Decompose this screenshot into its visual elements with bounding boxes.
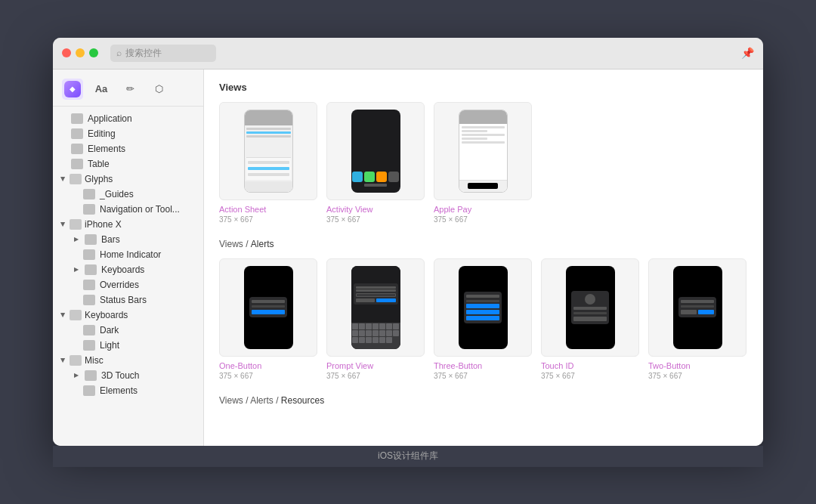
- sidebar-item-3dtouch[interactable]: ▶ 3D Touch: [53, 368, 203, 383]
- folder-icon: [71, 113, 83, 124]
- key: [366, 330, 372, 336]
- breadcrumb-views[interactable]: Views: [219, 239, 243, 249]
- chevron-right-icon: ▶: [74, 236, 79, 243]
- chevron-right-icon: ▶: [74, 266, 79, 273]
- alert-dialog: [249, 297, 287, 317]
- phone-line: [246, 128, 291, 130]
- folder-icon: [71, 144, 83, 154]
- ap-line: [462, 141, 505, 144]
- list-item[interactable]: One-Button 375 × 667: [219, 258, 317, 380]
- search-icon: ⌕: [116, 48, 122, 58]
- sidebar-tool-text[interactable]: Aa: [91, 79, 112, 100]
- phone-line: [246, 135, 291, 138]
- maximize-button[interactable]: [89, 48, 98, 57]
- key: [366, 337, 372, 343]
- key: [386, 337, 392, 343]
- sidebar-item-elements2[interactable]: Elements: [53, 383, 203, 398]
- breadcrumb-alerts2[interactable]: Alerts: [250, 395, 274, 406]
- sidebar-item-bars[interactable]: ▶ Bars: [53, 232, 203, 247]
- prompt-box: [354, 283, 398, 305]
- sidebar-item-guides[interactable]: _Guides: [53, 187, 203, 202]
- breadcrumb-resources: Resources: [281, 395, 324, 406]
- item-name: Action Sheet: [219, 205, 266, 214]
- folder-icon: [83, 295, 95, 305]
- folder-icon: [70, 310, 82, 320]
- sidebar-item-status-bars[interactable]: Status Bars: [53, 292, 203, 308]
- sidebar-item-keyboards-sub[interactable]: ▶ Keyboards: [53, 262, 203, 277]
- sidebar-item-light[interactable]: Light: [53, 338, 203, 353]
- folder-icon: [71, 128, 83, 139]
- content-panel: Views: [204, 70, 763, 446]
- sidebar-item-navigation[interactable]: Navigation or Tool...: [53, 202, 203, 217]
- list-item[interactable]: Touch ID 375 × 667: [541, 258, 639, 380]
- sidebar-item-editing[interactable]: Editing: [53, 126, 203, 141]
- sidebar-item-elements[interactable]: Elements: [53, 141, 203, 156]
- sidebar-section-iphonex[interactable]: ▶ iPhone X: [53, 217, 203, 232]
- list-item[interactable]: Three-Button 375 × 667: [434, 258, 532, 380]
- folder-icon: [70, 355, 82, 366]
- item-thumbnail: [648, 258, 746, 357]
- alert-title: [573, 307, 607, 310]
- key: [359, 323, 365, 329]
- applepay-footer: [459, 180, 507, 192]
- sidebar-section-misc[interactable]: ▶ Misc: [53, 353, 203, 368]
- sidebar-tool-diamond[interactable]: ◆: [62, 79, 83, 100]
- folder-icon: [85, 264, 97, 275]
- item-thumbnail: [219, 258, 317, 357]
- chevron-down-icon: ▶: [60, 358, 66, 363]
- item-thumbnail: [541, 258, 639, 357]
- prompt-dialog: [351, 266, 400, 323]
- alert-buttons: [681, 310, 714, 314]
- sidebar-item-application[interactable]: Application: [53, 111, 203, 126]
- sidebar-item-overrides[interactable]: Overrides: [53, 277, 203, 292]
- key: [372, 337, 379, 343]
- item-size: 375 × 667: [541, 372, 575, 380]
- folder-icon: [83, 249, 95, 260]
- list-item[interactable]: Prompt View 375 × 667: [326, 258, 425, 380]
- phone-header: [245, 110, 292, 125]
- sidebar-item-table[interactable]: Table: [53, 156, 203, 172]
- alert-title: [681, 300, 714, 303]
- applepay-lines: [462, 126, 505, 144]
- minimize-button[interactable]: [76, 48, 85, 57]
- breadcrumb-views2[interactable]: Views: [219, 395, 243, 406]
- pin-icon[interactable]: 📌: [741, 47, 754, 59]
- item-thumbnail: [326, 102, 425, 200]
- list-item[interactable]: Apple Pay 375 × 667: [434, 102, 532, 224]
- key: [379, 337, 385, 343]
- views-grid: Action Sheet 375 × 667: [219, 102, 748, 224]
- folder-icon: [83, 189, 95, 199]
- ap-line: [462, 138, 487, 140]
- folder-icon: [83, 280, 95, 290]
- main-content: ◆ Aa ✏ ⬡ Application Editing Elements: [53, 70, 763, 446]
- alert-dialog: [678, 297, 716, 317]
- sidebar-item-home-indicator[interactable]: Home Indicator: [53, 247, 203, 262]
- item-name: Three-Button: [434, 361, 482, 370]
- search-bar[interactable]: ⌕ 搜索控件: [110, 45, 216, 62]
- applepay-header: [459, 110, 507, 124]
- sidebar-tool-pen[interactable]: ✏: [119, 79, 141, 100]
- list-item[interactable]: Two-Button 375 × 667: [648, 258, 746, 380]
- alert-title: [252, 300, 285, 303]
- activity-icon: [388, 172, 399, 182]
- sidebar-section-glyphs[interactable]: ▶ Glyphs: [53, 172, 203, 187]
- alert-button: [573, 317, 607, 321]
- diamond-icon: ◆: [64, 81, 81, 97]
- alerts-grid: One-Button 375 × 667: [219, 258, 748, 380]
- sidebar-section-keyboards[interactable]: ▶ Keyboards: [53, 308, 203, 323]
- key: [372, 323, 379, 329]
- activity-icon: [376, 172, 387, 182]
- list-item[interactable]: Activity View 375 × 667: [326, 102, 425, 224]
- views-section-title: Views: [219, 82, 748, 93]
- close-button[interactable]: [62, 48, 71, 57]
- sidebar-item-dark[interactable]: Dark: [53, 323, 203, 338]
- alert-mockup: [244, 266, 293, 349]
- sidebar-tool-shape[interactable]: ⬡: [148, 79, 169, 100]
- folder-icon: [70, 219, 82, 230]
- key: [379, 323, 385, 329]
- item-thumbnail: [326, 258, 425, 357]
- phone-line: [246, 131, 291, 134]
- list-item[interactable]: Action Sheet 375 × 667: [219, 102, 317, 224]
- traffic-lights: [62, 48, 98, 57]
- item-size: 375 × 667: [434, 215, 468, 224]
